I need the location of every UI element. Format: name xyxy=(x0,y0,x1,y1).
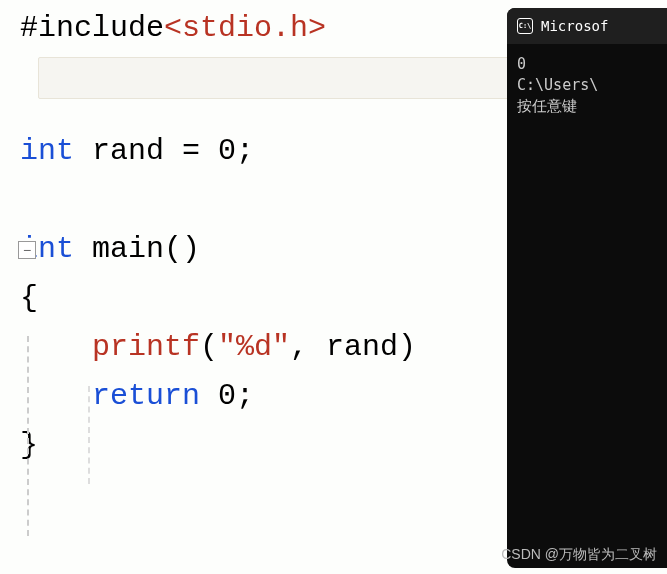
return-value: 0; xyxy=(200,372,254,422)
indent-guide-line xyxy=(88,386,90,484)
parentheses: () xyxy=(164,225,200,275)
terminal-titlebar[interactable]: C:\ Microsof xyxy=(507,8,667,44)
header-name: <stdio.h> xyxy=(164,4,326,54)
var-declaration: rand = 0; xyxy=(74,127,254,177)
terminal-window[interactable]: C:\ Microsof 0 C:\Users\ 按任意键 xyxy=(507,8,667,568)
terminal-output[interactable]: 0 C:\Users\ 按任意键 xyxy=(507,44,667,127)
output-line-1: 0 xyxy=(517,55,526,73)
keyword-return: return xyxy=(92,372,200,422)
function-name: main xyxy=(74,225,164,275)
args-rest: , rand) xyxy=(290,323,416,373)
output-line-2: C:\Users\ xyxy=(517,76,598,94)
indent xyxy=(20,372,92,422)
terminal-icon: C:\ xyxy=(517,18,533,34)
terminal-title: Microsof xyxy=(541,18,608,34)
watermark-text: CSDN @万物皆为二叉树 xyxy=(501,546,657,564)
output-line-3: 按任意键 xyxy=(517,97,577,115)
printf-call: printf xyxy=(92,323,200,373)
fold-toggle-icon[interactable]: − xyxy=(18,241,36,259)
keyword-int: int xyxy=(20,127,74,177)
brace-open: { xyxy=(20,274,38,324)
fold-minus-icon: − xyxy=(23,243,31,257)
brace-close: } xyxy=(20,421,38,471)
fold-vertical-line xyxy=(27,336,29,536)
format-string: "%d" xyxy=(218,323,290,373)
paren-open: ( xyxy=(200,323,218,373)
preprocessor-directive: #include xyxy=(20,4,164,54)
indent xyxy=(20,323,92,373)
